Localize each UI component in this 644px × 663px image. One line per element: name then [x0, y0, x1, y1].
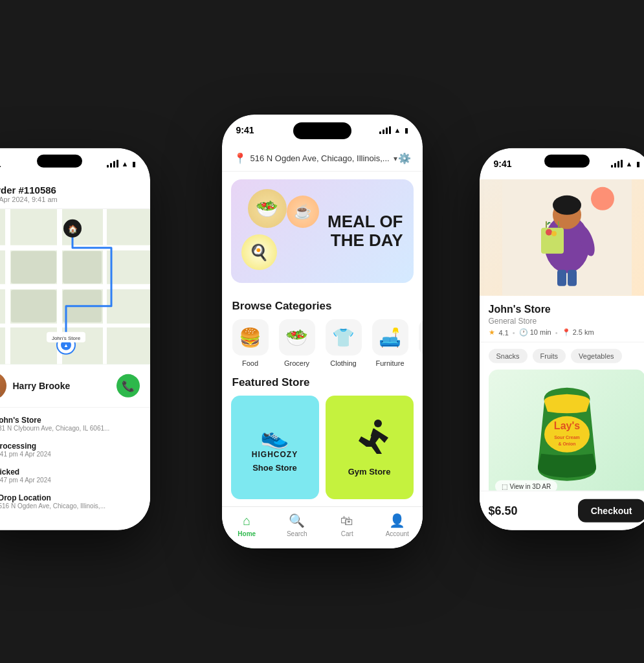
nav-item-search[interactable]: 🔍 Search: [279, 513, 315, 537]
product-card-lays: Lay's Sour Cream & Onion ⬚ View in 3D AR: [489, 370, 645, 499]
wifi-icon-center: ▲: [394, 126, 401, 134]
map-area: 🏠 ▲ John's Store: [0, 209, 150, 365]
clothing-icon-circle: 👕: [326, 319, 362, 355]
category-furniture[interactable]: 🛋️ Furniture: [367, 319, 414, 367]
chevron-down-icon: ▾: [394, 154, 397, 163]
signal-bars-center: [379, 126, 391, 134]
checkout-button[interactable]: Checkout: [578, 499, 644, 523]
home-nav-icon: ⌂: [243, 513, 250, 528]
gym-runner-icon: [347, 418, 392, 463]
phone-left-screen: 9:41 ▲ ▮ ‹ Orde: [0, 148, 150, 530]
signal-r-bar-4: [621, 160, 623, 168]
timeline-text-processing: Processing 9:41 pm 4 Apr 2024: [0, 442, 51, 458]
category-grocery[interactable]: 🥗 Grocery: [274, 319, 320, 367]
shoe-brand-name: HIGHCOZY: [252, 450, 298, 459]
svg-rect-32: [568, 270, 577, 286]
svg-text:John's Store: John's Store: [51, 335, 80, 341]
categories-row: 🍔 Food 🥗 Grocery 👕 Clothing 🛋️ Furniture: [222, 319, 423, 367]
clothing-label: Clothing: [330, 359, 356, 367]
signal-bar-3: [113, 161, 115, 168]
battery-icon-center: ▮: [405, 126, 408, 135]
shoe-store-card[interactable]: 👟 HIGHCOZY Shoe Store: [231, 396, 319, 499]
shoe-store-name: Shoe Store: [252, 463, 297, 473]
cart-nav-label: Cart: [341, 530, 353, 537]
order-header: ‹ Order #110586 04 Apr 2024, 9:41 am: [0, 179, 150, 209]
store-delivery-time: 🕐 10 min: [519, 328, 551, 337]
signal-r-bar-3: [617, 161, 619, 168]
phones-container: 9:41 ▲ ▮ ‹ Orde: [31, 21, 614, 642]
gym-store-name: Gym Store: [348, 467, 391, 477]
bottom-nav: ⌂ Home 🔍 Search 🛍 Cart 👤 Account: [222, 506, 423, 548]
location-pin-icon: 📍: [234, 152, 247, 164]
home-nav-label: Home: [238, 530, 256, 537]
call-button[interactable]: 📞: [117, 374, 140, 398]
rating-separator-2: •: [555, 328, 558, 336]
view-3d-label: View in 3D AR: [510, 483, 551, 490]
location-left: 📍 516 N Ogden Ave, Chicago, Illinois,...…: [234, 152, 397, 164]
driver-avatar: 👤: [0, 372, 6, 399]
phone-center-screen: 9:41 ▲ ▮ 📍 5: [222, 115, 423, 548]
product-price: $6.50: [489, 504, 518, 517]
svg-text:▲: ▲: [63, 343, 69, 348]
filter-icon[interactable]: ⚙️: [398, 152, 411, 164]
status-time-left: 9:41: [0, 159, 1, 169]
pill-snacks[interactable]: Snacks: [489, 349, 527, 363]
signal-bar-4: [117, 160, 118, 168]
phone-center: 9:41 ▲ ▮ 📍 5: [222, 115, 423, 548]
ar-icon: ⬚: [502, 483, 507, 490]
svg-rect-8: [63, 251, 102, 284]
battery-icon-right: ▮: [636, 159, 640, 168]
status-icons-left: ▲ ▮: [107, 159, 136, 168]
svg-point-18: [374, 420, 382, 427]
category-pills: Snacks Fruits Vegetables: [480, 343, 645, 370]
nav-item-home[interactable]: ⌂ Home: [229, 513, 265, 537]
status-time-right: 9:41: [494, 159, 512, 169]
signal-bars-right: [611, 160, 623, 168]
shoe-emoji-icon: 👟: [260, 423, 289, 450]
product-area: Lay's Sour Cream & Onion ⬚ View in 3D AR: [480, 370, 645, 499]
dynamic-island-center: [293, 122, 351, 139]
store-banner-illustration: [502, 179, 632, 296]
order-timeline: John's Store 131 N Clybourn Ave, Chicago…: [0, 408, 150, 526]
svg-point-29: [551, 231, 557, 236]
electronics-icon-circle: 📱: [419, 319, 423, 355]
store-distance: 📍 2.5 km: [562, 328, 594, 337]
category-clothing[interactable]: 👕 Clothing: [320, 319, 367, 367]
store-detail-type: General Store: [489, 317, 645, 326]
grocery-label: Grocery: [284, 359, 309, 367]
location-bar[interactable]: 📍 516 N Ogden Ave, Chicago, Illinois,...…: [222, 146, 423, 172]
nav-item-account[interactable]: 👤 Account: [379, 513, 415, 537]
timeline-item-drop: 🏠 Drop Location 516 N Ogden Ave, Chicago…: [0, 493, 140, 510]
signal-bar-1: [107, 165, 109, 168]
svg-rect-9: [11, 290, 56, 322]
driver-left: 👤 Harry Brooke: [0, 372, 70, 399]
gym-store-card[interactable]: Gym Store: [326, 396, 414, 499]
food-plate-coffee: ☕: [287, 196, 319, 228]
furniture-icon-circle: 🛋️: [372, 319, 408, 355]
svg-point-28: [546, 229, 552, 236]
pill-fruits[interactable]: Fruits: [533, 349, 566, 363]
store-banner: [480, 179, 645, 296]
furniture-label: Furniture: [375, 359, 404, 367]
nav-item-cart[interactable]: 🛍 Cart: [329, 513, 365, 537]
banner-text: MEAL OF THE DAY: [328, 212, 403, 249]
pill-vegetables[interactable]: Vegetables: [571, 349, 621, 363]
category-food[interactable]: 🍔 Food: [227, 319, 274, 367]
store-rating-row: ★ 4.1 • 🕐 10 min • 📍 2.5 km: [489, 328, 645, 337]
signal-r-bar-2: [614, 163, 616, 168]
signal-c-bar-4: [389, 126, 391, 134]
food-illustration: 🥗 🍳 ☕: [241, 189, 319, 273]
svg-rect-7: [11, 251, 56, 284]
svg-text:Sour Cream: Sour Cream: [554, 435, 580, 440]
grocery-icon-circle: 🥗: [279, 319, 315, 355]
signal-c-bar-1: [379, 131, 381, 134]
lays-bag-svg: Lay's Sour Cream & Onion: [528, 383, 606, 486]
category-electronics[interactable]: 📱 Electr...: [414, 319, 423, 367]
phone-right: 9:41 ▲ ▮: [480, 148, 645, 530]
food-plate-egg: 🍳: [241, 234, 277, 270]
promo-banner: 🥗 🍳 ☕ MEAL OF THE DAY: [231, 179, 414, 283]
star-icon: ★: [489, 328, 495, 337]
order-date: 04 Apr 2024, 9:41 am: [0, 196, 58, 203]
browse-categories-title: Browse Categories: [222, 291, 423, 319]
svg-point-24: [553, 196, 581, 215]
